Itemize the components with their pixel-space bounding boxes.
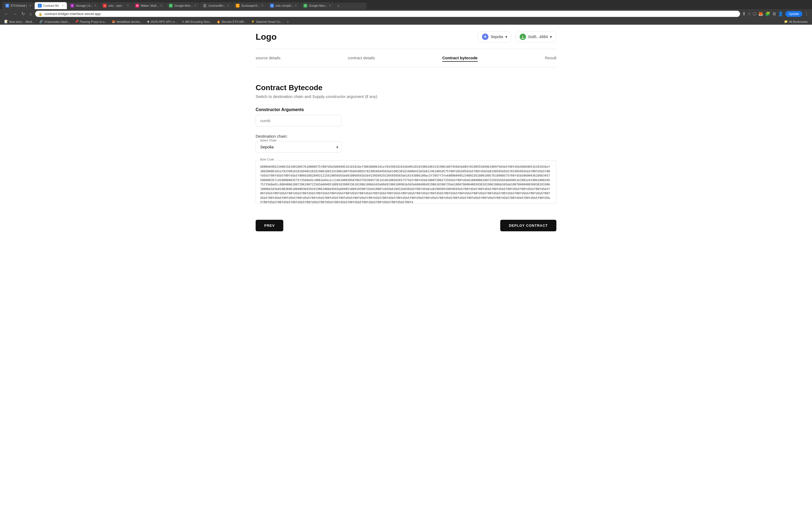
constructor-args-input[interactable] [256, 115, 342, 126]
bookmark-icon: ◆ [147, 20, 149, 23]
star-icon[interactable]: ☆ [747, 11, 751, 16]
page-subtitle: Switch to destination chain and Supply c… [256, 94, 556, 99]
browser-chrome: E ETHGlobal | × C Contract Bri × S Stora… [0, 0, 812, 25]
deploy-button[interactable]: DEPLOY CONTRACT [500, 220, 556, 231]
tab-ethglobal[interactable]: E ETHGlobal | × [2, 2, 34, 9]
step-contract-details[interactable]: contract details [348, 55, 375, 62]
tab-maker[interactable]: M Maker: Mult... × [132, 2, 165, 9]
new-tab-button[interactable]: + [334, 3, 366, 9]
lock-icon: 🔒 [39, 12, 42, 16]
tab-close-icon[interactable]: × [194, 4, 196, 7]
wallet-address: 0xd5...4684 [528, 35, 548, 39]
step-source-details[interactable]: source details [256, 55, 280, 62]
constructor-args-group: Constructor Arguments [256, 107, 556, 126]
bookmark-new-story[interactable]: 📝 New story – Medi... [2, 19, 37, 24]
tab-close-icon[interactable]: × [329, 4, 331, 7]
bookmark-icon: 🦊 [112, 20, 115, 23]
share-icon[interactable]: ⬆ [742, 11, 746, 16]
tab-close-icon[interactable]: × [295, 4, 297, 7]
tab-label: Google Mee... [309, 4, 327, 7]
bookmark-passing-props[interactable]: 📌 Passing Props to a... [73, 19, 109, 24]
prev-button[interactable]: PREV [256, 220, 283, 231]
tab-label: Maker: Mult... [141, 4, 159, 7]
address-text: contract-bridger-interface.vercel.app [45, 12, 737, 16]
bookmark-all-bookmarks[interactable]: 📁 All Bookmarks [782, 19, 810, 24]
bookmarks-more[interactable]: » [286, 19, 290, 24]
bookmark-metamask[interactable]: 🦊 MetaMask develo... [110, 19, 144, 24]
wallet-icon [520, 33, 526, 40]
tab-label: Google Mee... [174, 4, 193, 7]
extension-icon-1[interactable]: ⬡ [753, 11, 756, 16]
app-header: Logo Sepolia ▾ [256, 25, 556, 49]
network-icon [482, 33, 489, 40]
tab-contract-bridger[interactable]: C Contract Bri × [35, 2, 67, 9]
profile-icon[interactable]: 👤 [778, 11, 783, 16]
tab-label: solc compili... [276, 4, 293, 7]
network-selector[interactable]: Sepolia ▾ [477, 31, 512, 42]
back-button[interactable]: ← [3, 11, 10, 17]
tab-solc-compili[interactable]: s solc compili... × [267, 2, 300, 9]
forward-button[interactable]: → [12, 11, 18, 17]
refresh-button[interactable]: ↻ [20, 11, 26, 17]
bookmark-label: New story – Medi... [9, 20, 34, 23]
bookmark-jsonrpc[interactable]: ◆ JSON-RPC API | e... [145, 19, 180, 24]
bookmark-decode-eth[interactable]: 🔥 Decode ETH ABI... [215, 19, 248, 24]
bookmark-starknet[interactable]: ⚡ Starknet Smart Co... [249, 19, 285, 24]
tab-close-icon[interactable]: × [227, 4, 229, 7]
bookmark-icon: 📌 [75, 20, 79, 23]
tab-contractbri[interactable]: C ContractBri... × [200, 2, 232, 9]
tab-favicon: G [303, 4, 307, 7]
menu-icon[interactable]: ⋮ [804, 11, 809, 16]
tab-close-icon[interactable]: × [127, 4, 129, 7]
chevron-down-icon: ▾ [505, 35, 507, 39]
all-bookmarks-label: All Bookmarks [789, 20, 808, 23]
select-chain-label: Select Chain [259, 139, 278, 142]
destination-chain-label: Destination chain: [256, 134, 556, 138]
tab-google-meet-1[interactable]: G Google Mee... × [166, 2, 200, 9]
tab-zuniswap[interactable]: Z ZuniswapV2... × [233, 2, 267, 9]
tab-favicon: G [169, 4, 173, 7]
browser-toolbar: ← → ↻ ⌂ 🔒 contract-bridger-interface.ver… [0, 9, 812, 18]
tab-label: ContractBri... [208, 4, 226, 7]
tab-close-icon[interactable]: × [94, 4, 96, 7]
tab-favicon: s [103, 4, 106, 7]
tab-close-icon[interactable]: × [29, 4, 31, 7]
step-contract-bytecode[interactable]: Contract bytecode [442, 55, 478, 62]
ethereum-icon [483, 35, 487, 39]
home-button[interactable]: ⌂ [28, 11, 33, 17]
bookmark-chainnodes[interactable]: 🔗 Chainnodes Dash... [37, 19, 72, 24]
bookmark-label: Decode ETH ABI... [221, 20, 246, 23]
cast-icon[interactable]: 🖥 [772, 12, 776, 16]
tab-favicon: C [203, 4, 207, 7]
tab-storage[interactable]: S Storage | A... × [67, 2, 99, 9]
bytecode-label: Byte Code [259, 158, 275, 161]
network-label: Sepolia [491, 35, 503, 39]
chain-select[interactable]: Sepolia Goerli Mumbai Polygon Arbitrum [256, 141, 342, 153]
tab-close-icon[interactable]: × [62, 4, 64, 7]
bytecode-container: Byte Code 608060405234801561001005761000… [256, 160, 556, 204]
bookmark-label: Passing Props to a... [80, 20, 107, 23]
extension-icon-3[interactable]: 🧩 [765, 11, 770, 16]
bookmark-abi-encoding[interactable]: # ABI Encoding Serv... [180, 19, 214, 24]
bookmark-icon: # [182, 20, 184, 23]
wallet-selector[interactable]: 0xd5...4684 ▾ [515, 31, 556, 42]
step-result[interactable]: Result [545, 55, 556, 62]
tab-label: Contract Bri [43, 4, 60, 7]
folder-icon: 📁 [784, 20, 788, 23]
select-container: Select Chain Sepolia Goerli Mumbai Polyg… [256, 141, 342, 153]
bytecode-content[interactable]: 6080604052348015610010057610000575f80fd5… [256, 161, 556, 204]
tab-label: solc - npm [108, 4, 125, 7]
update-button[interactable]: Update [785, 11, 802, 17]
tab-google-meet-2[interactable]: G Google Mee... × [300, 2, 334, 9]
extension-icon-2[interactable]: 🦊 [758, 11, 764, 16]
tab-close-icon[interactable]: × [262, 4, 263, 7]
app-container: Logo Sepolia ▾ [245, 25, 567, 247]
address-bar[interactable]: 🔒 contract-bridger-interface.vercel.app [35, 11, 740, 17]
new-tab-icon: + [337, 4, 339, 7]
tab-solc-npm[interactable]: s solc - npm × [100, 2, 132, 9]
browser-tabs: E ETHGlobal | × C Contract Bri × S Stora… [0, 0, 812, 9]
tab-close-icon[interactable]: × [160, 4, 162, 7]
tab-favicon: S [70, 4, 74, 7]
main-content: Contract Bytecode Switch to destination … [256, 78, 556, 209]
bookmark-icon: 📝 [4, 20, 8, 23]
